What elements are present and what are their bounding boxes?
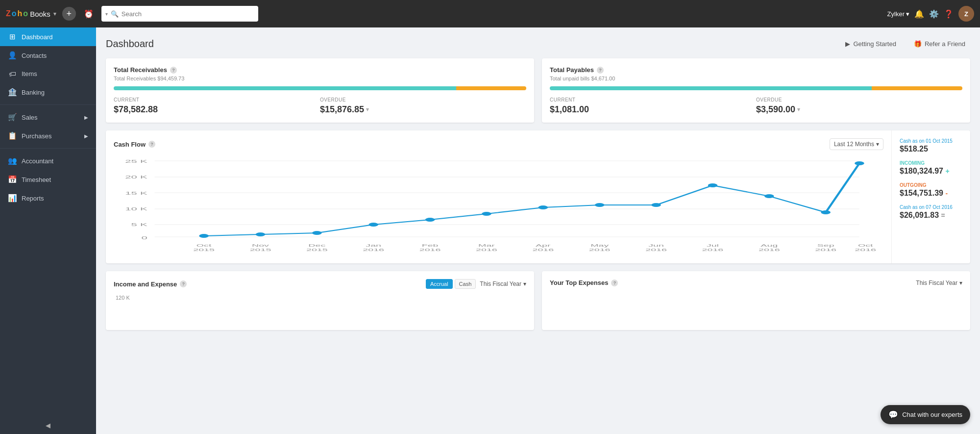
receivables-current-value: $78,582.88 — [114, 104, 312, 115]
incoming-value: $180,324.97 + — [900, 167, 962, 176]
svg-text:Jan: Jan — [366, 243, 381, 248]
receivables-subtitle: Total Receivables $94,459.73 — [114, 76, 526, 81]
sidebar-divider-1 — [0, 104, 96, 105]
chat-widget[interactable]: 💬 Chat with our experts — [881, 405, 970, 424]
search-caret-icon: ▾ — [105, 11, 108, 17]
receivables-title: Total Receivables ? — [114, 66, 526, 74]
sidebar-item-dashboard[interactable]: ⊞ Dashboard — [0, 27, 96, 46]
receivables-info-icon[interactable]: ? — [170, 67, 177, 74]
notifications-button[interactable]: 🔔 — [914, 9, 924, 19]
svg-text:2016: 2016 — [645, 248, 667, 252]
user-menu[interactable]: Zylker ▾ — [887, 10, 909, 18]
contacts-icon: 👤 — [8, 51, 17, 60]
total-payables-card: Total Payables ? Total unpaid bills $4,6… — [542, 58, 970, 123]
add-button[interactable]: + — [62, 7, 76, 21]
banking-icon: 🏦 — [8, 88, 17, 97]
logo-h: h — [18, 9, 23, 18]
receivables-bar-overdue — [456, 86, 526, 90]
svg-text:15 K: 15 K — [125, 191, 147, 196]
accountant-icon: 👥 — [8, 156, 17, 165]
svg-text:May: May — [590, 243, 609, 248]
refer-friend-button[interactable]: 🎁 Refer a Friend — [909, 37, 970, 51]
payables-bar-overdue — [872, 86, 962, 90]
top-expenses-card: Your Top Expenses ? This Fiscal Year ▾ — [542, 271, 970, 330]
cash-toggle-button[interactable]: Cash — [455, 279, 476, 289]
svg-text:Sep: Sep — [817, 243, 834, 248]
receivables-overdue-caret-icon[interactable]: ▾ — [366, 106, 369, 113]
payables-current-value: $1,081.00 — [550, 104, 748, 115]
income-expense-info-icon[interactable]: ? — [180, 281, 187, 287]
svg-point-19 — [595, 203, 605, 207]
sidebar-item-sales[interactable]: 🛒 Sales ▶ — [0, 108, 96, 127]
help-button[interactable]: ❓ — [944, 9, 954, 19]
svg-text:2016: 2016 — [702, 248, 724, 252]
svg-point-14 — [312, 231, 322, 235]
svg-text:Jul: Jul — [707, 243, 719, 248]
dashboard-icon: ⊞ — [8, 32, 17, 41]
sidebar-item-label: Purchases — [22, 132, 51, 140]
svg-text:20 K: 20 K — [125, 175, 147, 179]
items-icon: 🏷 — [8, 70, 17, 78]
page-title: Dashboard — [106, 38, 154, 50]
payables-current-stat: CURRENT $1,081.00 — [550, 97, 756, 115]
books-label: Books — [30, 10, 50, 18]
svg-point-15 — [368, 223, 378, 227]
cashflow-info-icon[interactable]: ? — [148, 141, 155, 148]
top-expenses-period-selector[interactable]: This Fiscal Year ▾ — [916, 280, 962, 286]
timesheet-icon: 📅 — [8, 175, 17, 184]
cash-outgoing-stat: Outgoing $154,751.39 - — [900, 182, 962, 198]
svg-text:2016: 2016 — [589, 248, 611, 252]
sidebar-item-contacts[interactable]: 👤 Contacts — [0, 46, 96, 65]
settings-button[interactable]: ⚙️ — [929, 9, 939, 19]
payables-progress-bar — [550, 86, 962, 90]
receivables-current-stat: CURRENT $78,582.88 — [114, 97, 320, 115]
receivables-stats: CURRENT $78,582.88 OVERDUE $15,876.85 ▾ — [114, 97, 526, 115]
receivables-current-label: CURRENT — [114, 97, 312, 102]
sales-arrow-icon: ▶ — [84, 115, 88, 120]
chat-widget-label: Chat with our experts — [902, 411, 962, 418]
sidebar-item-accountant[interactable]: 👥 Accountant — [0, 152, 96, 170]
logo[interactable]: Z o h o Books ▾ — [6, 9, 56, 18]
search-bar[interactable]: ▾ 🔍 — [101, 6, 258, 22]
chat-icon: 💬 — [888, 410, 898, 419]
cash-flow-chart: 25 K 20 K 15 K 10 K 5 K 0 — [114, 156, 883, 254]
top-expenses-period-label: This Fiscal Year — [916, 280, 957, 286]
sidebar-item-label: Sales — [22, 114, 38, 121]
payables-overdue-value: $3,590.00 ▾ — [756, 104, 955, 115]
svg-text:2016: 2016 — [476, 248, 497, 252]
sidebar-collapse-button[interactable]: ◀ — [0, 417, 96, 434]
sidebar-item-reports[interactable]: 📊 Reports — [0, 189, 96, 207]
cash-flow-period-selector[interactable]: Last 12 Months ▾ — [830, 138, 883, 150]
svg-text:10 K: 10 K — [125, 206, 147, 211]
cash-flow-header: Cash Flow ? Last 12 Months ▾ — [114, 138, 883, 150]
svg-text:2015: 2015 — [306, 248, 328, 252]
sidebar-item-label: Timesheet — [22, 176, 51, 183]
sidebar-item-items[interactable]: 🏷 Items — [0, 65, 96, 83]
cashflow-caret-icon: ▾ — [876, 141, 879, 148]
sidebar-item-timesheet[interactable]: 📅 Timesheet — [0, 170, 96, 189]
receivables-bar-current — [114, 86, 456, 90]
sidebar-item-purchases[interactable]: 📋 Purchases ▶ — [0, 127, 96, 145]
payables-title: Total Payables ? — [550, 66, 962, 74]
sidebar: ⊞ Dashboard 👤 Contacts 🏷 Items 🏦 Banking… — [0, 27, 96, 434]
payables-overdue-stat: OVERDUE $3,590.00 ▾ — [756, 97, 962, 115]
svg-text:Jun: Jun — [648, 243, 664, 248]
income-expense-title: Income and Expense ? — [114, 281, 187, 288]
svg-text:2016: 2016 — [855, 248, 876, 252]
svg-point-24 — [855, 161, 864, 165]
clock-button[interactable]: ⏰ — [82, 7, 96, 21]
topbar: Z o h o Books ▾ + ⏰ ▾ 🔍 Zylker ▾ 🔔 ⚙️ ❓ … — [0, 0, 980, 27]
top-expenses-info-icon[interactable]: ? — [611, 280, 618, 286]
avatar[interactable]: Z — [958, 6, 974, 22]
search-input[interactable] — [122, 10, 254, 18]
payables-info-icon[interactable]: ? — [597, 67, 604, 74]
income-expense-period-selector[interactable]: This Fiscal Year ▾ — [480, 281, 526, 287]
accrual-toggle-button[interactable]: Accrual — [426, 279, 453, 289]
sidebar-item-banking[interactable]: 🏦 Banking — [0, 83, 96, 102]
payables-stats: CURRENT $1,081.00 OVERDUE $3,590.00 ▾ — [550, 97, 962, 115]
sidebar-item-label: Contacts — [22, 52, 47, 59]
cash-incoming-stat: Incoming $180,324.97 + — [900, 160, 962, 176]
getting-started-button[interactable]: ▶ Getting Started — [840, 37, 901, 51]
sidebar-divider-2 — [0, 148, 96, 149]
payables-overdue-caret-icon[interactable]: ▾ — [797, 106, 800, 113]
